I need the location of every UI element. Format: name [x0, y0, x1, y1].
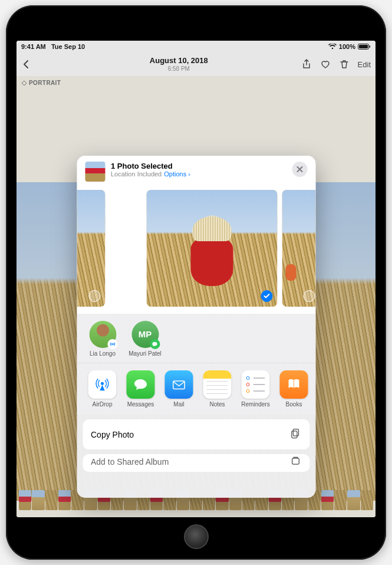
share-options-link[interactable]: Options › — [164, 170, 190, 178]
app-messages[interactable]: Messages — [124, 370, 157, 408]
share-title: 1 Photo Selected — [111, 162, 286, 170]
close-icon — [296, 166, 303, 173]
reminders-icon — [242, 370, 270, 399]
shared-album-icon — [289, 455, 301, 469]
copy-photo-action[interactable]: Copy Photo — [83, 419, 309, 449]
share-sheet-header: 1 Photo Selected Location Included Optio… — [77, 156, 315, 186]
svg-rect-5 — [173, 381, 185, 389]
svg-rect-6 — [293, 429, 298, 436]
ipad-device-frame: 9:41 AM Tue Sep 10 100% — [6, 5, 386, 560]
action-label: Add to Shared Album — [91, 457, 169, 467]
airdrop-badge-icon — [107, 339, 117, 349]
contact-name: Mayuri Patel — [129, 350, 162, 357]
share-apps-row[interactable]: AirDrop Messages Mail — [77, 363, 315, 415]
app-reminders[interactable]: Reminders — [239, 370, 272, 408]
header-thumbnail — [85, 162, 105, 182]
screen: 9:41 AM Tue Sep 10 100% — [17, 41, 375, 517]
airdrop-icon — [88, 370, 117, 399]
app-mail[interactable]: Mail — [163, 370, 195, 408]
app-label: Books — [278, 401, 310, 408]
contact-suggestion[interactable]: Lia Longo — [86, 321, 119, 357]
selection-circle[interactable] — [303, 290, 315, 302]
app-label: AirDrop — [86, 401, 118, 408]
messages-icon — [127, 370, 155, 399]
app-books[interactable]: Books — [278, 370, 310, 408]
selection-circle-checked[interactable] — [261, 290, 272, 302]
contact-name: Lia Longo — [86, 350, 119, 357]
svg-point-4 — [101, 382, 104, 385]
app-notes[interactable]: Notes — [201, 370, 233, 408]
checkmark-icon — [263, 293, 270, 300]
photo-preview-item[interactable] — [146, 190, 277, 307]
svg-point-3 — [111, 343, 113, 345]
photo-preview-item[interactable] — [77, 190, 105, 307]
photo-preview-item[interactable] — [282, 190, 315, 307]
avatar — [89, 321, 116, 348]
app-label: Mail — [163, 401, 195, 408]
action-label: Copy Photo — [91, 430, 134, 439]
messages-badge-icon — [150, 339, 160, 349]
notes-icon — [203, 370, 232, 399]
avatar: MP — [131, 321, 159, 348]
app-label: Messages — [124, 401, 157, 408]
svg-rect-7 — [291, 431, 297, 438]
share-sheet: 1 Photo Selected Location Included Optio… — [77, 156, 315, 498]
copy-icon — [289, 428, 301, 441]
app-airdrop[interactable]: AirDrop — [86, 370, 118, 408]
suggested-contacts-row: Lia Longo MP Mayuri Patel — [77, 314, 315, 363]
actions-list: Copy Photo Add to Shared Album — [77, 415, 315, 477]
books-icon — [280, 370, 308, 399]
photo-preview-row[interactable] — [77, 186, 315, 314]
add-to-shared-album-action[interactable]: Add to Shared Album — [83, 454, 309, 472]
share-subtitle: Location Included — [111, 170, 162, 178]
svg-rect-8 — [292, 458, 299, 464]
selection-circle[interactable] — [88, 290, 100, 302]
home-button[interactable] — [184, 524, 209, 549]
mail-icon — [165, 370, 193, 399]
app-label: Notes — [201, 401, 233, 408]
close-button[interactable] — [292, 162, 307, 177]
contact-suggestion[interactable]: MP Mayuri Patel — [129, 321, 162, 357]
app-label: Reminders — [239, 401, 272, 408]
